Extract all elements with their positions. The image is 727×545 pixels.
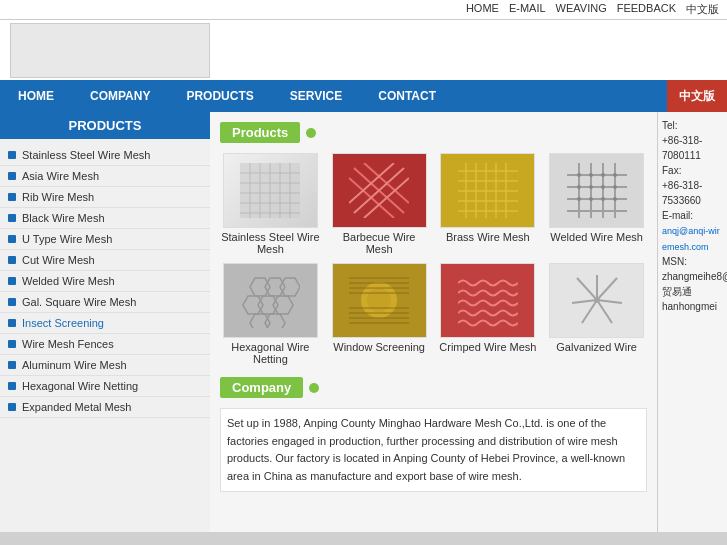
contact-msn: zhangmeihe8@hotmail.com bbox=[662, 269, 723, 284]
svg-point-47 bbox=[589, 197, 593, 201]
product-img-ss bbox=[223, 153, 318, 228]
svg-point-45 bbox=[613, 185, 617, 189]
contact-fax-label: Fax: bbox=[662, 163, 723, 178]
products-dot bbox=[306, 128, 316, 138]
left-sidebar: PRODUCTS Stainless Steel Wire Mesh Asia … bbox=[0, 112, 210, 532]
company-text: Set up in 1988, Anping County Minghao Ha… bbox=[220, 408, 647, 492]
nav-company[interactable]: COMPANY bbox=[72, 80, 168, 112]
product-img-bbq bbox=[332, 153, 427, 228]
topbar-chinese[interactable]: 中文版 bbox=[686, 2, 719, 17]
sidebar-dot bbox=[8, 298, 16, 306]
product-name-welded: Welded Wire Mesh bbox=[546, 231, 647, 243]
contact-tel: +86-318-7080111 bbox=[662, 133, 723, 163]
nav-service[interactable]: SERVICE bbox=[272, 80, 360, 112]
banner bbox=[0, 20, 727, 80]
svg-point-46 bbox=[577, 197, 581, 201]
products-grid: Stainless Steel Wire Mesh Barbecue Wire bbox=[220, 153, 647, 365]
product-name-brass: Brass Wire Mesh bbox=[438, 231, 539, 243]
topbar-feedback[interactable]: FEEDBACK bbox=[617, 2, 676, 17]
svg-point-39 bbox=[589, 173, 593, 177]
product-name-window: Window Screening bbox=[329, 341, 430, 353]
contact-tel-label: Tel: bbox=[662, 118, 723, 133]
company-section-header: Company bbox=[220, 377, 647, 398]
product-name-ss: Stainless Steel Wire Mesh bbox=[220, 231, 321, 255]
body-area: PRODUCTS Stainless Steel Wire Mesh Asia … bbox=[0, 112, 727, 532]
sidebar-item-cut[interactable]: Cut Wire Mesh bbox=[0, 250, 210, 271]
product-item-hex[interactable]: Hexagonal Wire Netting bbox=[220, 263, 321, 365]
company-label: Company bbox=[220, 377, 303, 398]
sidebar-item-gal[interactable]: Gal. Square Wire Mesh bbox=[0, 292, 210, 313]
topbar-home[interactable]: HOME bbox=[466, 2, 499, 17]
product-item-crimped[interactable]: Crimped Wire Mesh bbox=[438, 263, 539, 365]
svg-point-40 bbox=[601, 173, 605, 177]
sidebar-item-rib[interactable]: Rib Wire Mesh bbox=[0, 187, 210, 208]
contact-email-label: E-mail: bbox=[662, 208, 723, 223]
nav-products[interactable]: PRODUCTS bbox=[168, 80, 271, 112]
sidebar-item-black[interactable]: Black Wire Mesh bbox=[0, 208, 210, 229]
svg-point-48 bbox=[601, 197, 605, 201]
product-img-welded bbox=[549, 153, 644, 228]
sidebar-dot bbox=[8, 256, 16, 264]
svg-rect-29 bbox=[567, 163, 627, 218]
svg-point-38 bbox=[577, 173, 581, 177]
sidebar-item-asia[interactable]: Asia Wire Mesh bbox=[0, 166, 210, 187]
nav-chinese[interactable]: 中文版 bbox=[667, 80, 727, 112]
sidebar-item-aluminum[interactable]: Aluminum Wire Mesh bbox=[0, 355, 210, 376]
svg-point-43 bbox=[589, 185, 593, 189]
product-img-galv bbox=[549, 263, 644, 338]
svg-point-42 bbox=[577, 185, 581, 189]
sidebar-item-insect[interactable]: Insect Screening bbox=[0, 313, 210, 334]
products-section-header: Products bbox=[220, 122, 647, 143]
product-img-hex bbox=[223, 263, 318, 338]
sidebar-item-utype[interactable]: U Type Wire Mesh bbox=[0, 229, 210, 250]
product-item-galv[interactable]: Galvanized Wire bbox=[546, 263, 647, 365]
contact-cn-val: hanhongmei bbox=[662, 299, 723, 314]
product-img-brass bbox=[440, 153, 535, 228]
contact-fax: +86-318-7533660 bbox=[662, 178, 723, 208]
product-item-brass[interactable]: Brass Wire Mesh bbox=[438, 153, 539, 255]
main-nav: HOME COMPANY PRODUCTS SERVICE CONTACT 中文… bbox=[0, 80, 727, 112]
product-item-welded[interactable]: Welded Wire Mesh bbox=[546, 153, 647, 255]
product-name-crimped: Crimped Wire Mesh bbox=[438, 341, 539, 353]
svg-point-44 bbox=[601, 185, 605, 189]
topbar-weaving[interactable]: WEAVING bbox=[556, 2, 607, 17]
sidebar-dot bbox=[8, 361, 16, 369]
sidebar-dot bbox=[8, 277, 16, 285]
sidebar-dot bbox=[8, 235, 16, 243]
sidebar-item-hex[interactable]: Hexagonal Wire Netting bbox=[0, 376, 210, 397]
product-name-galv: Galvanized Wire bbox=[546, 341, 647, 353]
product-name-bbq: Barbecue Wire Mesh bbox=[329, 231, 430, 255]
contact-cn-label: 贸易通 bbox=[662, 284, 723, 299]
product-name-hex: Hexagonal Wire Netting bbox=[220, 341, 321, 365]
sidebar-item-fences[interactable]: Wire Mesh Fences bbox=[0, 334, 210, 355]
sidebar-dot bbox=[8, 319, 16, 327]
sidebar-item-welded[interactable]: Welded Wire Mesh bbox=[0, 271, 210, 292]
contact-email[interactable]: anqj@anqi-wiremesh.com bbox=[662, 226, 720, 252]
svg-point-49 bbox=[613, 197, 617, 201]
logo bbox=[10, 23, 210, 78]
product-item-ss[interactable]: Stainless Steel Wire Mesh bbox=[220, 153, 321, 255]
sidebar-dot bbox=[8, 172, 16, 180]
contact-sidebar: Tel: +86-318-7080111 Fax: +86-318-753366… bbox=[657, 112, 727, 532]
topbar-email[interactable]: E-MAIL bbox=[509, 2, 546, 17]
nav-contact[interactable]: CONTACT bbox=[360, 80, 454, 112]
sidebar-dot bbox=[8, 214, 16, 222]
main-content: Products bbox=[210, 112, 657, 532]
sidebar-item-stainless[interactable]: Stainless Steel Wire Mesh bbox=[0, 145, 210, 166]
sidebar-dot bbox=[8, 340, 16, 348]
sidebar-dot bbox=[8, 193, 16, 201]
company-dot bbox=[309, 383, 319, 393]
contact-msn-label: MSN: bbox=[662, 254, 723, 269]
sidebar-dot bbox=[8, 403, 16, 411]
svg-point-41 bbox=[613, 173, 617, 177]
sidebar-dot bbox=[8, 382, 16, 390]
sidebar-item-expanded[interactable]: Expanded Metal Mesh bbox=[0, 397, 210, 418]
top-bar: HOME E-MAIL WEAVING FEEDBACK 中文版 bbox=[0, 0, 727, 20]
product-item-bbq[interactable]: Barbecue Wire Mesh bbox=[329, 153, 430, 255]
sidebar-title: PRODUCTS bbox=[0, 112, 210, 139]
product-img-crimped bbox=[440, 263, 535, 338]
sidebar-dot bbox=[8, 151, 16, 159]
nav-home[interactable]: HOME bbox=[0, 80, 72, 112]
product-img-window bbox=[332, 263, 427, 338]
product-item-window[interactable]: Window Screening bbox=[329, 263, 430, 365]
